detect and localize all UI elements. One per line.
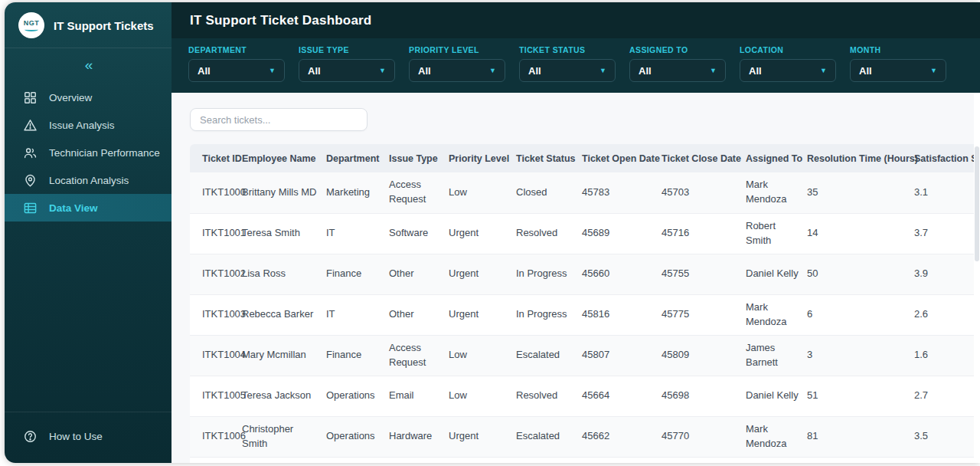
- dropdown-selected-value: All: [308, 65, 321, 77]
- cell-resolution-time-hours-: 50: [807, 254, 914, 294]
- filter-dropdown-issue-type[interactable]: All▼: [299, 59, 395, 82]
- cell-ticket-id: ITKT1000: [190, 172, 242, 213]
- content-area: Ticket IDEmployee NameDepartmentIssue Ty…: [172, 93, 980, 463]
- chevron-down-icon: ▼: [489, 67, 496, 74]
- cell-issue-type: Access Request: [389, 457, 449, 463]
- filter-dropdown-priority-level[interactable]: All▼: [409, 59, 505, 82]
- brand-row: NGT IT Support Tickets: [5, 2, 172, 48]
- sidebar: NGT IT Support Tickets « OverviewIssue A…: [5, 2, 172, 463]
- warning-icon: [23, 118, 38, 133]
- cell-satisfaction-score: 3.5: [914, 416, 980, 457]
- cell-ticket-id: ITKT1005: [190, 376, 242, 416]
- filter-location: LOCATIONAll▼: [740, 45, 836, 82]
- cell-department: IT: [326, 213, 389, 254]
- cell-employee-name: Teresa Smith: [242, 213, 326, 254]
- filter-label: DEPARTMENT: [188, 45, 285, 54]
- cell-ticket-id: ITKT1007: [190, 457, 242, 463]
- chevron-down-icon: ▼: [710, 67, 717, 74]
- logo-swoosh-icon: [24, 28, 38, 31]
- people-icon: [23, 146, 38, 160]
- column-header-satisfaction-score: Satisfaction Score: [914, 144, 980, 172]
- filter-label: PRIORITY LEVEL: [409, 45, 505, 54]
- dropdown-selected-value: All: [859, 65, 872, 77]
- cell-resolution-time-hours-: 6: [807, 294, 914, 335]
- cell-satisfaction-score: 2.7: [914, 376, 980, 416]
- cell-resolution-time-hours-: 14: [807, 213, 914, 254]
- sidebar-footer: How to Use: [5, 412, 172, 463]
- filter-dropdown-assigned-to[interactable]: All▼: [629, 59, 726, 82]
- cell-assigned-to: Daniel Kelly: [746, 376, 807, 416]
- sidebar-item-data-view[interactable]: Data View: [5, 194, 172, 222]
- cell-satisfaction-score: 3.1: [914, 172, 980, 213]
- cell-assigned-to: Robert Smith: [746, 213, 807, 254]
- sidebar-item-label: Data View: [49, 202, 98, 214]
- filter-dropdown-location[interactable]: All▼: [740, 59, 836, 82]
- cell-employee-name: Rebecca Barker: [242, 294, 326, 335]
- cell-department: Finance: [326, 254, 389, 294]
- cell-satisfaction-score: 1.6: [914, 335, 980, 376]
- cell-resolution-time-hours-: 3: [807, 457, 914, 463]
- filter-label: TICKET STATUS: [519, 45, 616, 54]
- cell-department: Operations: [326, 376, 389, 416]
- sidebar-item-technician-performance[interactable]: Technician Performance: [5, 139, 172, 166]
- cell-ticket-open-date: 45689: [582, 213, 662, 254]
- sidebar-item-how-to-use[interactable]: How to Use: [5, 423, 172, 449]
- cell-priority-level: Urgent: [449, 294, 516, 335]
- table-row: ITKT1002Lisa RossFinanceOtherUrgentIn Pr…: [190, 254, 980, 294]
- cell-ticket-id: ITKT1001: [190, 213, 242, 254]
- column-header-assigned-to: Assigned To: [746, 144, 807, 172]
- cell-ticket-open-date: 45662: [582, 457, 662, 463]
- brand-name: IT Support Tickets: [54, 19, 154, 32]
- cell-assigned-to: Mark Mendoza: [746, 294, 807, 335]
- cell-ticket-close-date: 45775: [662, 294, 746, 335]
- table-icon: [23, 201, 38, 215]
- filter-bar: DEPARTMENTAll▼ISSUE TYPEAll▼PRIORITY LEV…: [172, 38, 980, 93]
- sidebar-item-overview[interactable]: Overview: [5, 84, 172, 111]
- chevron-down-icon: ▼: [379, 67, 386, 74]
- chevron-down-icon: ▼: [269, 67, 276, 74]
- cell-assigned-to: Daniel Kelly: [746, 254, 807, 294]
- vertical-scrollbar-thumb[interactable]: [975, 146, 979, 261]
- table-body: ITKT1000Brittany Mills MDMarketingAccess…: [190, 172, 980, 463]
- filter-dropdown-ticket-status[interactable]: All▼: [519, 59, 616, 82]
- column-header-ticket-id: Ticket ID: [190, 144, 242, 172]
- column-header-issue-type: Issue Type: [389, 144, 449, 172]
- filter-label: MONTH: [850, 45, 946, 54]
- filter-dropdown-month[interactable]: All▼: [850, 59, 946, 82]
- cell-ticket-close-date: 45770: [662, 416, 746, 457]
- cell-assigned-to: James Barnett: [746, 457, 807, 463]
- search-input[interactable]: [190, 108, 368, 131]
- column-header-resolution-time-hours-: Resolution Time (Hours): [807, 144, 914, 172]
- filter-ticket-status: TICKET STATUSAll▼: [519, 45, 616, 82]
- sidebar-item-issue-analysis[interactable]: Issue Analysis: [5, 111, 172, 139]
- cell-ticket-close-date: 45698: [662, 376, 746, 416]
- vertical-scrollbar[interactable]: [974, 93, 980, 463]
- cell-ticket-status: Escalated: [516, 335, 582, 376]
- cell-priority-level: Urgent: [449, 416, 516, 457]
- grid-icon: [23, 90, 38, 105]
- sidebar-item-label: Location Analysis: [49, 175, 129, 186]
- column-header-department: Department: [326, 144, 389, 172]
- cell-ticket-open-date: 45662: [582, 416, 662, 457]
- cell-issue-type: Email: [389, 376, 449, 416]
- sidebar-collapse-icon[interactable]: «: [85, 57, 92, 73]
- sidebar-item-location-analysis[interactable]: Location Analysis: [5, 166, 172, 194]
- cell-ticket-close-date: 45809: [662, 335, 746, 376]
- tickets-table: Ticket IDEmployee NameDepartmentIssue Ty…: [190, 144, 980, 463]
- cell-ticket-close-date: 45785: [662, 457, 746, 463]
- cell-issue-type: Other: [389, 254, 449, 294]
- cell-issue-type: Hardware: [389, 416, 449, 457]
- filter-issue-type: ISSUE TYPEAll▼: [299, 45, 395, 82]
- cell-department: Marketing: [326, 172, 389, 213]
- cell-ticket-status: Resolved: [516, 376, 582, 416]
- cell-ticket-status: Closed: [516, 172, 582, 213]
- page-title: IT Support Ticket Dashboard: [190, 13, 371, 28]
- cell-ticket-open-date: 45807: [582, 335, 662, 376]
- filter-dropdown-department[interactable]: All▼: [188, 59, 285, 82]
- cell-issue-type: Other: [389, 294, 449, 335]
- cell-ticket-open-date: 45816: [582, 294, 662, 335]
- cell-ticket-open-date: 45664: [582, 376, 662, 416]
- filter-label: ASSIGNED TO: [629, 45, 726, 54]
- cell-ticket-status: In Progress: [516, 294, 582, 335]
- chevron-down-icon: ▼: [930, 67, 937, 74]
